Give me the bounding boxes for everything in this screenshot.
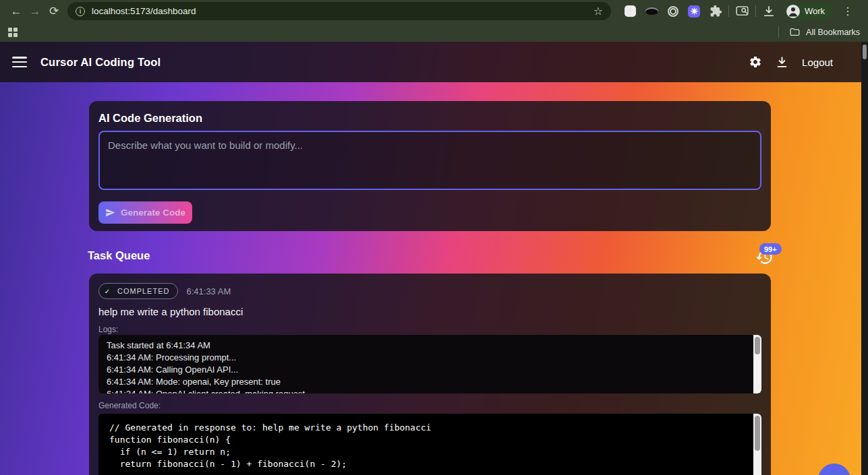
spark-icon [691,7,698,15]
logout-button[interactable]: Logout [802,57,833,68]
downloads-button[interactable] [762,5,776,18]
logs-panel[interactable]: Task started at 6:41:34 AM 6:41:34 AM: P… [98,335,761,393]
task-card: ✓ COMPLETED 6:41:33 AM help me write a p… [89,274,771,475]
apps-grid-icon[interactable] [8,28,18,37]
all-bookmarks-button[interactable]: All Bookmarks [789,26,860,38]
browser-menu-button[interactable]: ⋮ [841,5,855,18]
task-timestamp: 6:41:33 AM [186,286,231,296]
screen: ← → ⟳ i localhost:5173/dashboard ☆ [0,0,868,475]
extension-icon-2[interactable] [645,7,658,15]
all-bookmarks-label: All Bookmarks [806,28,860,37]
floating-action-button[interactable] [818,464,850,475]
gear-icon [749,55,762,69]
forward-button[interactable]: → [26,2,45,21]
generated-code-label: Generated Code: [98,401,761,410]
task-prompt: help me write a python fibonacci [98,306,761,317]
code-generation-title: AI Code Generation [98,112,761,125]
logs-scrollbar-thumb[interactable] [755,337,760,354]
log-line: 6:41:34 AM: Processing prompt... [107,352,744,364]
download-icon [776,56,788,69]
page-scrollbar-thumb[interactable] [863,44,867,59]
url-text: localhost:5173/dashboard [92,6,594,16]
page-scrollbar[interactable] [861,42,868,475]
toolbar-separator [728,5,729,17]
extension-icon-1[interactable] [625,5,636,17]
back-button[interactable]: ← [7,2,26,21]
notification-count-badge: 99+ [759,243,782,255]
dashboard-page: Cursor AI Coding Tool Logout AI Code [0,42,868,475]
log-line: 6:41:34 AM: Mode: openai, Key present: t… [107,376,744,388]
download-icon [762,5,776,18]
code-generation-card: AI Code Generation Generate Code [89,101,771,231]
logs-label: Logs: [98,325,761,334]
bookmark-star-icon[interactable]: ☆ [594,5,603,18]
code-line: function fibonacci(n) { [109,434,744,446]
app-title: Cursor AI Coding Tool [40,56,161,69]
extension-icon-4[interactable] [688,5,700,18]
tab-search-button[interactable] [735,4,749,18]
log-line: 6:41:34 AM: Calling OpenAI API... [107,364,744,376]
log-line: Task started at 6:41:34 AM [107,340,744,352]
avatar [786,5,800,18]
code-scrollbar-thumb[interactable] [755,416,760,451]
generated-code-panel[interactable]: // Generated in response to: help me wri… [98,414,761,475]
puzzle-icon [710,5,722,18]
extensions-puzzle-icon[interactable] [710,5,722,18]
folder-icon [789,26,801,38]
export-button[interactable] [776,56,788,69]
check-icon: ✓ [102,286,113,296]
site-info-icon[interactable]: i [76,7,85,16]
logs-scrollbar[interactable] [753,335,761,393]
app-header: Cursor AI Coding Tool Logout [0,42,861,82]
generate-code-label: Generate Code [121,208,185,218]
tab-search-icon [735,4,749,18]
send-icon [105,208,115,218]
code-line: return fibonacci(n - 1) + fibonacci(n - … [109,458,744,470]
status-label: COMPLETED [117,287,169,295]
menu-button[interactable] [12,57,27,67]
toolbar-separator-2 [755,5,756,17]
log-line: 6:41:34 AM: OpenAI client created, makin… [107,388,744,393]
status-badge: ✓ COMPLETED [98,283,178,299]
bookmarks-separator [778,26,779,38]
extensions-row [625,5,722,18]
address-bar[interactable]: i localhost:5173/dashboard ☆ [67,2,611,20]
code-scrollbar[interactable] [753,414,761,475]
prompt-input[interactable] [98,131,761,190]
profile-name: Work [805,6,825,16]
code-line: if (n <= 1) return n; [109,446,744,458]
person-icon [786,5,800,18]
code-line: // Generated in response to: help me wri… [109,422,744,434]
generate-code-button[interactable]: Generate Code [98,201,192,224]
bookmarks-bar: All Bookmarks [0,22,868,42]
browser-toolbar: ← → ⟳ i localhost:5173/dashboard ☆ [0,0,868,22]
settings-button[interactable] [749,55,762,69]
task-queue-title: Task Queue [88,249,150,262]
profile-button[interactable]: Work [784,2,833,20]
reload-button[interactable]: ⟳ [45,2,63,21]
extension-icon-3[interactable] [668,6,678,17]
browser-chrome: ← → ⟳ i localhost:5173/dashboard ☆ [0,0,868,42]
